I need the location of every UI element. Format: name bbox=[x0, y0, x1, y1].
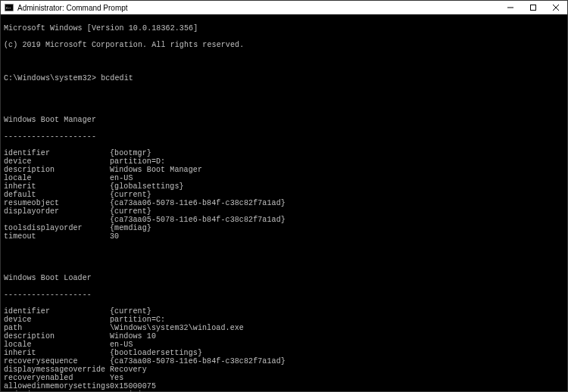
close-button[interactable] bbox=[545, 1, 567, 14]
output-value: {ca73aa08-5078-11e6-b84f-c38c82f7a1ad} bbox=[110, 357, 286, 366]
output-key: device bbox=[4, 157, 110, 166]
output-row: descriptionWindows Boot Manager bbox=[4, 166, 564, 174]
output-row: localeen-US bbox=[4, 341, 564, 349]
blank-line bbox=[4, 58, 564, 66]
maximize-button[interactable] bbox=[522, 1, 545, 14]
output-value: {memdiag} bbox=[110, 224, 151, 232]
output-row: identifier{bootmgr} bbox=[4, 149, 564, 157]
section-boot-manager-underline: -------------------- bbox=[4, 132, 564, 141]
section-loader1-underline: ------------------- bbox=[4, 291, 564, 299]
output-key: default bbox=[4, 191, 110, 199]
output-key: recoverysequence bbox=[4, 357, 110, 366]
output-value: partition=C: bbox=[110, 316, 165, 324]
titlebar[interactable]: C:\ Administrator: Command Prompt bbox=[1, 1, 567, 14]
output-row: localeen-US bbox=[4, 174, 564, 182]
output-key: timeout bbox=[4, 232, 110, 241]
output-row: identifier{current} bbox=[4, 307, 564, 316]
output-row: inherit{bootloadersettings} bbox=[4, 349, 564, 357]
output-row: toolsdisplayorder{memdiag} bbox=[4, 224, 564, 232]
minimize-button[interactable] bbox=[499, 1, 522, 14]
prompt-command: bcdedit bbox=[101, 74, 133, 82]
svg-rect-3 bbox=[531, 5, 536, 11]
output-key: identifier bbox=[4, 149, 110, 157]
section-boot-manager-title: Windows Boot Manager bbox=[4, 116, 564, 124]
output-key: path bbox=[4, 324, 110, 332]
output-value: Recovery bbox=[110, 366, 147, 374]
output-value: {current} bbox=[110, 307, 151, 316]
output-row: path\Windows\system32\winload.exe bbox=[4, 324, 564, 332]
output-row: osdevicepartition=C: bbox=[4, 390, 564, 391]
output-row: allowedinmemorysettings0x15000075 bbox=[4, 382, 564, 390]
output-key: locale bbox=[4, 174, 110, 182]
output-value: {bootloadersettings} bbox=[110, 349, 202, 357]
output-value: {globalsettings} bbox=[110, 182, 184, 191]
output-key: osdevice bbox=[4, 390, 110, 391]
section-loader1-rows: identifier{current}devicepartition=C:pat… bbox=[4, 307, 564, 391]
prompt-path: C:\Windows\system32> bbox=[4, 74, 96, 82]
output-value: en-US bbox=[110, 341, 133, 349]
output-key: allowedinmemorysettings bbox=[4, 382, 110, 390]
output-key: inherit bbox=[4, 182, 110, 191]
output-row: default{current} bbox=[4, 191, 564, 199]
output-value: partition=C: bbox=[110, 390, 165, 391]
output-key: toolsdisplayorder bbox=[4, 224, 110, 232]
output-row: displayorder{current} bbox=[4, 207, 564, 216]
svg-text:C:\: C:\ bbox=[6, 6, 11, 10]
header-line-1: Microsoft Windows [Version 10.0.18362.35… bbox=[4, 24, 564, 33]
window-title: Administrator: Command Prompt bbox=[17, 4, 128, 12]
output-key: resumeobject bbox=[4, 199, 110, 207]
output-row: descriptionWindows 10 bbox=[4, 332, 564, 341]
output-key: locale bbox=[4, 341, 110, 349]
output-value: en-US bbox=[110, 174, 133, 182]
output-value: {current} bbox=[110, 191, 151, 199]
output-value: Windows Boot Manager bbox=[110, 166, 202, 174]
output-value: \Windows\system32\winload.exe bbox=[110, 324, 244, 332]
output-row: {ca73aa05-5078-11e6-b84f-c38c82f7a1ad} bbox=[4, 216, 564, 224]
output-value: partition=D: bbox=[110, 157, 165, 166]
output-value: 30 bbox=[110, 232, 119, 241]
cmd-icon: C:\ bbox=[4, 2, 14, 13]
section-loader1-title: Windows Boot Loader bbox=[4, 274, 564, 282]
output-key: displayorder bbox=[4, 207, 110, 216]
blank-line bbox=[4, 249, 564, 257]
output-row: timeout30 bbox=[4, 232, 564, 241]
output-row: devicepartition=D: bbox=[4, 157, 564, 166]
output-key: recoveryenabled bbox=[4, 374, 110, 382]
output-key: identifier bbox=[4, 307, 110, 316]
output-key: description bbox=[4, 166, 110, 174]
prompt-line-1: C:\Windows\system32> bcdedit bbox=[4, 74, 564, 82]
output-value: Yes bbox=[110, 374, 123, 382]
output-row: inherit{globalsettings} bbox=[4, 182, 564, 191]
output-value: Windows 10 bbox=[110, 332, 156, 341]
output-key: inherit bbox=[4, 349, 110, 357]
output-row: devicepartition=C: bbox=[4, 316, 564, 324]
output-key: displaymessageoverride bbox=[4, 366, 110, 374]
output-row: recoverysequence{ca73aa08-5078-11e6-b84f… bbox=[4, 357, 564, 366]
output-value: {current} bbox=[110, 207, 151, 216]
output-value: 0x15000075 bbox=[110, 382, 156, 390]
output-value: {ca73aa05-5078-11e6-b84f-c38c82f7a1ad} bbox=[110, 216, 286, 224]
section-boot-manager-rows: identifier{bootmgr}devicepartition=D:des… bbox=[4, 149, 564, 241]
output-key: device bbox=[4, 316, 110, 324]
output-row: recoveryenabledYes bbox=[4, 374, 564, 382]
output-value: {bootmgr} bbox=[110, 149, 151, 157]
output-row: displaymessageoverrideRecovery bbox=[4, 366, 564, 374]
output-row: resumeobject{ca73aa06-5078-11e6-b84f-c38… bbox=[4, 199, 564, 207]
output-key: description bbox=[4, 332, 110, 341]
terminal-output[interactable]: Microsoft Windows [Version 10.0.18362.35… bbox=[1, 14, 567, 391]
blank-line bbox=[4, 91, 564, 99]
output-value: {ca73aa06-5078-11e6-b84f-c38c82f7a1ad} bbox=[110, 199, 286, 207]
header-line-2: (c) 2019 Microsoft Corporation. All righ… bbox=[4, 41, 564, 49]
